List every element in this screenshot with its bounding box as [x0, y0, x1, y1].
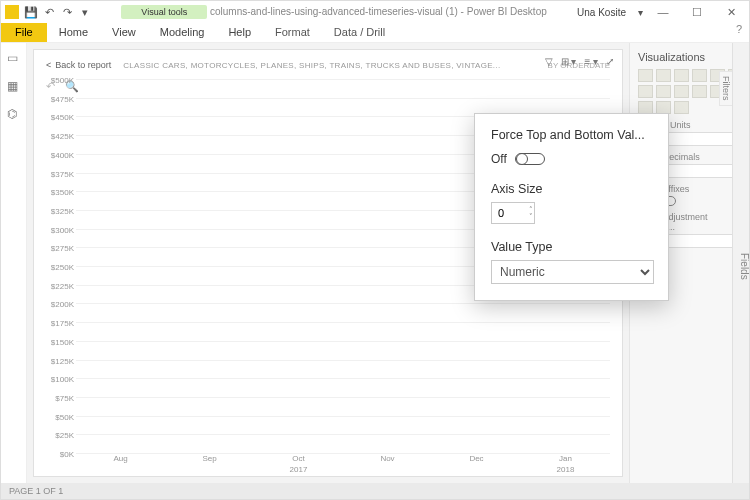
report-view-icon[interactable]: ▭: [7, 51, 21, 65]
format-popover: Force Top and Bottom Val... Off Axis Siz…: [474, 113, 669, 301]
close-button[interactable]: ✕: [717, 6, 745, 19]
back-to-report-label: Back to report: [55, 60, 111, 70]
force-top-bottom-state: Off: [491, 152, 507, 166]
axis-size-label: Axis Size: [491, 182, 654, 196]
value-type-label: Value Type: [491, 240, 654, 254]
drill-up-icon[interactable]: ▽: [545, 56, 553, 67]
tab-data-drill[interactable]: Data / Drill: [322, 23, 397, 42]
y-tick-label: $225K: [51, 281, 74, 290]
force-top-bottom-toggle[interactable]: [515, 153, 545, 165]
x-tick-label: Sep: [165, 454, 254, 472]
y-tick-label: $275K: [51, 244, 74, 253]
y-tick-label: $200K: [51, 300, 74, 309]
model-view-icon[interactable]: ⌬: [7, 107, 21, 121]
y-tick-label: $25K: [55, 431, 74, 440]
contextual-tab-label: Visual tools: [121, 5, 207, 19]
x-year-label: 2017: [290, 465, 308, 474]
visualizations-pane-title: Visualizations: [638, 51, 705, 63]
page-indicator: PAGE 1 OF 1: [9, 486, 63, 496]
save-icon[interactable]: 💾: [25, 6, 37, 18]
chart-toolbar-1[interactable]: ⊞ ▾: [561, 56, 577, 67]
value-type-select[interactable]: Numeric: [491, 260, 654, 284]
tab-modeling[interactable]: Modeling: [148, 23, 217, 42]
axis-size-step-up[interactable]: ˄: [529, 206, 533, 213]
chart-toolbar-2[interactable]: ≡ ▾: [584, 56, 598, 67]
tab-help[interactable]: Help: [216, 23, 263, 42]
qat-dropdown-icon[interactable]: ▾: [79, 6, 91, 18]
tab-file[interactable]: File: [1, 23, 47, 42]
y-tick-label: $75K: [55, 393, 74, 402]
data-view-icon[interactable]: ▦: [7, 79, 21, 93]
x-tick-label: Aug: [76, 454, 165, 472]
y-tick-label: $125K: [51, 356, 74, 365]
y-tick-label: $100K: [51, 375, 74, 384]
x-tick-label: Dec: [432, 454, 521, 472]
y-tick-label: $150K: [51, 337, 74, 346]
y-tick-label: $400K: [51, 150, 74, 159]
y-tick-label: $325K: [51, 206, 74, 215]
tab-format[interactable]: Format: [263, 23, 322, 42]
visual-title: CLASSIC CARS, MOTORCYCLES, PLANES, SHIPS…: [123, 61, 535, 70]
y-tick-label: $450K: [51, 113, 74, 122]
y-tick-label: $350K: [51, 188, 74, 197]
y-tick-label: $375K: [51, 169, 74, 178]
signed-in-user[interactable]: Una Kosite: [577, 7, 632, 18]
y-tick-label: $425K: [51, 132, 74, 141]
fields-pane-tab[interactable]: Fields: [732, 43, 750, 483]
filters-pane-tab[interactable]: Filters: [719, 71, 733, 106]
tab-home[interactable]: Home: [47, 23, 100, 42]
tab-view[interactable]: View: [100, 23, 148, 42]
ribbon-help-icon[interactable]: ?: [729, 23, 749, 42]
chart-focus-icon[interactable]: ⤢: [606, 56, 614, 67]
maximize-button[interactable]: ☐: [683, 6, 711, 19]
redo-icon[interactable]: ↷: [61, 6, 73, 18]
y-tick-label: $175K: [51, 319, 74, 328]
x-tick-label: Nov: [343, 454, 432, 472]
y-tick-label: $50K: [55, 412, 74, 421]
back-to-report-button[interactable]: < Back to report: [46, 60, 111, 70]
app-logo: [5, 5, 19, 19]
undo-icon[interactable]: ↶: [43, 6, 55, 18]
popover-title: Force Top and Bottom Val...: [491, 128, 654, 142]
y-tick-label: $250K: [51, 263, 74, 272]
axis-size-step-down[interactable]: ˅: [529, 213, 533, 220]
y-tick-label: $475K: [51, 94, 74, 103]
x-year-label: 2018: [557, 465, 575, 474]
user-chevron-icon[interactable]: ▾: [638, 7, 643, 18]
window-title: columns-and-lines-using-advanced-timeser…: [210, 6, 547, 17]
y-tick-label: $0K: [60, 450, 74, 459]
minimize-button[interactable]: —: [649, 6, 677, 18]
y-tick-label: $500K: [51, 76, 74, 85]
y-tick-label: $300K: [51, 225, 74, 234]
